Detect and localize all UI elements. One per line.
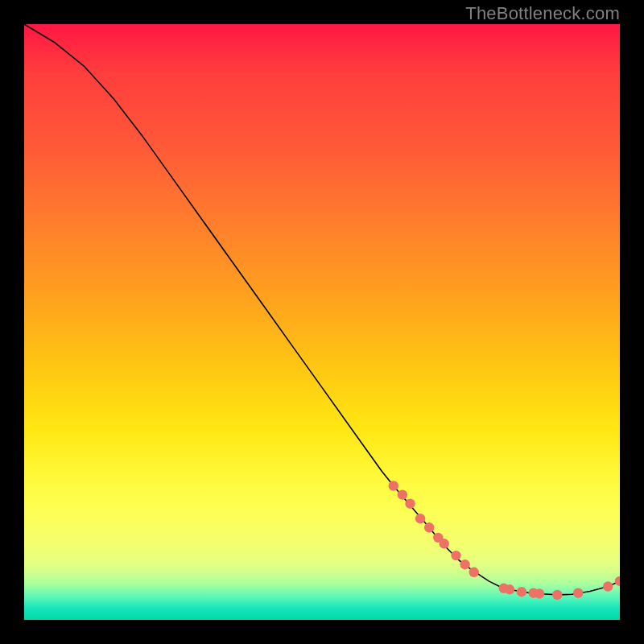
- data-marker: [535, 588, 544, 598]
- data-marker: [398, 489, 407, 499]
- data-marker: [424, 522, 434, 532]
- watermark-text: TheBottleneck.com: [465, 3, 620, 24]
- data-marker: [603, 581, 613, 591]
- data-marker: [460, 559, 469, 569]
- data-marker: [517, 587, 526, 597]
- curve-svg: [24, 24, 620, 620]
- data-marker: [615, 576, 620, 586]
- data-markers: [389, 481, 620, 600]
- data-marker: [573, 588, 583, 598]
- data-marker: [389, 481, 398, 490]
- data-marker: [505, 584, 514, 594]
- data-marker: [469, 568, 479, 577]
- data-marker: [415, 514, 425, 523]
- data-marker: [451, 551, 460, 560]
- bottleneck-curve: [24, 24, 620, 595]
- data-marker: [405, 499, 415, 509]
- chart-container: TheBottleneck.com: [0, 0, 644, 644]
- plot-area: [24, 24, 620, 620]
- data-marker: [552, 590, 562, 600]
- data-marker: [440, 539, 449, 548]
